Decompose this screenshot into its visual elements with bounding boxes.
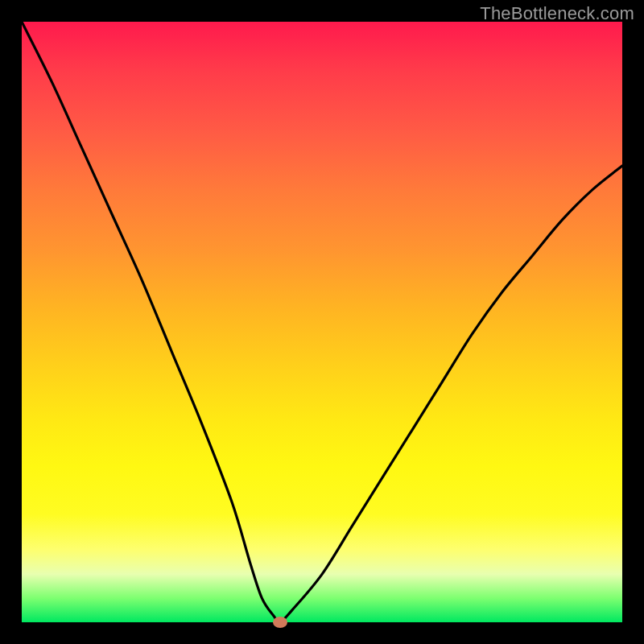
- plot-area: [22, 22, 622, 622]
- bottleneck-curve-path: [22, 22, 622, 622]
- curve-svg: [22, 22, 622, 622]
- optimum-marker: [273, 617, 287, 628]
- chart-frame: TheBottleneck.com: [0, 0, 644, 644]
